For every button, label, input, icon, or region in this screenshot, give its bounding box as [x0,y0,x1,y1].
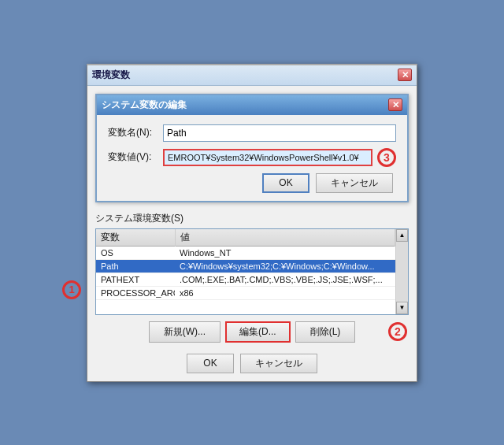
table-body: OS Windows_NT Path C:¥Windows¥system32;C… [96,246,395,299]
outer-ok-button[interactable]: OK [187,354,234,373]
scroll-track [396,242,408,302]
row-os-value: Windows_NT [175,246,395,259]
table-row-path[interactable]: Path C:¥Windows¥system32;C:¥Windows;C:¥W… [96,259,395,273]
annotation-1-wrapper: 1 [62,280,81,299]
env-table-wrapper: 変数 値 OS Windows_NT Path C:¥Windows [95,228,409,315]
row-pathext-value: .COM;.EXE;.BAT;.CMD;.VBS;.VBE;.JS;.JSE;.… [175,273,395,286]
row-path-value: C:¥Windows¥system32;C:¥Windows;C:¥Window… [175,259,395,273]
inner-dialog: システム変数の編集 ✕ 変数名(N): 変数値(V): 3 OK [95,94,409,202]
col-header-value: 値 [175,229,395,247]
inner-ok-button[interactable]: OK [262,173,309,193]
scroll-up-button[interactable]: ▲ [396,229,408,242]
table-row-processor[interactable]: PROCESSOR_ARC x86 [96,286,395,299]
outer-dialog: 環境変数 ✕ システム変数の編集 ✕ 変数名(N): 変数値(V): 3 [87,64,417,382]
inner-dialog-title: システム変数の編集 [102,98,187,112]
row-processor-name: PROCESSOR_ARC [96,286,175,299]
edit-button[interactable]: 編集(D... [225,321,291,343]
scrollbar[interactable]: ▲ ▼ [395,229,408,314]
outer-title-bar: 環境変数 ✕ [87,65,417,86]
outer-close-button[interactable]: ✕ [398,69,412,81]
outer-dialog-title: 環境変数 [92,69,130,82]
annotation-3: 3 [377,148,396,167]
row-path-name: Path [96,259,175,273]
var-value-input[interactable] [163,149,372,166]
action-buttons: 新規(W)... 編集(D... 削除(L) 2 [95,321,409,343]
outer-bottom-buttons: OK キャンセル [95,349,409,373]
inner-cancel-button[interactable]: キャンセル [316,173,393,193]
table-container: 変数 値 OS Windows_NT Path C:¥Windows [96,229,395,300]
outer-content: システム変数の編集 ✕ 変数名(N): 変数値(V): 3 OK [87,86,417,381]
scroll-down-button[interactable]: ▼ [396,302,408,314]
table-row[interactable]: OS Windows_NT [96,246,395,259]
row-processor-value: x86 [175,286,395,299]
delete-button[interactable]: 削除(L) [295,321,356,343]
table-row-pathext[interactable]: PATHEXT .COM;.EXE;.BAT;.CMD;.VBS;.VBE;.J… [96,273,395,286]
annotation-2: 2 [388,322,407,341]
inner-dialog-content: 変数名(N): 変数値(V): 3 OK キャンセル [97,115,407,201]
env-table-section: 1 変数 値 OS Windows [95,228,409,315]
inner-close-button[interactable]: ✕ [388,98,402,111]
row-pathext-name: PATHEXT [96,273,175,286]
inner-title-bar: システム変数の編集 ✕ [97,95,407,115]
var-name-input[interactable] [163,124,396,142]
env-table: 変数 値 OS Windows_NT Path C:¥Windows [96,229,395,300]
table-header-row: 変数 値 [96,229,395,247]
var-value-label: 変数値(V): [108,150,163,164]
outer-cancel-button[interactable]: キャンセル [240,354,317,373]
new-button[interactable]: 新規(W)... [149,321,220,343]
system-env-section-label: システム環境変数(S) [95,212,409,225]
var-value-row: 変数値(V): 3 [108,148,396,167]
annotation-1: 1 [62,280,81,299]
inner-dialog-buttons: OK キャンセル [108,173,396,193]
annotation-2-wrapper: 2 [388,322,407,341]
row-os-name: OS [96,246,175,259]
var-name-label: 変数名(N): [108,126,163,139]
col-header-name: 変数 [96,229,175,247]
var-name-row: 変数名(N): [108,124,396,142]
bottom-section: 新規(W)... 編集(D... 削除(L) 2 OK キャンセル [95,321,409,373]
